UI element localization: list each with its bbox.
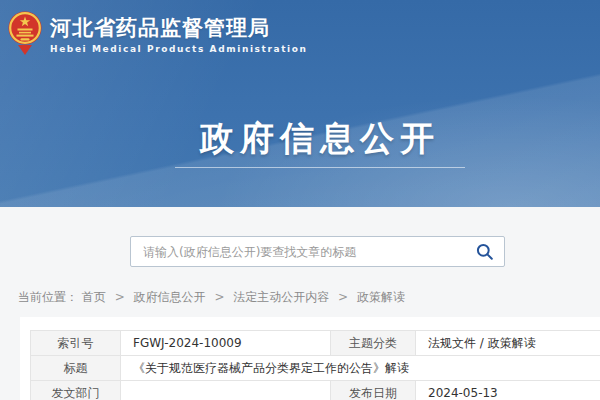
field-label-issuing-department: 发文部门 (31, 381, 121, 400)
breadcrumb-item-home[interactable]: 首页 (82, 290, 106, 304)
banner-title: 政府信息公开 (0, 116, 600, 162)
banner-underline (175, 167, 465, 168)
search-box (130, 236, 505, 267)
breadcrumb: 当前位置： 首页 > 政府信息公开 > 法定主动公开内容 > 政策解读 (18, 289, 405, 306)
content-panel: 索引号 FGWJ-2024-10009 主题分类 法规文件 / 政策解读 标题 … (20, 317, 600, 400)
breadcrumb-separator: > (214, 290, 224, 304)
document-info-table: 索引号 FGWJ-2024-10009 主题分类 法规文件 / 政策解读 标题 … (30, 330, 600, 400)
field-value-publish-date: 2024-05-13 (416, 381, 600, 400)
site-name-en: Hebei Medical Products Administration (50, 44, 308, 54)
breadcrumb-item-legal-disclosure[interactable]: 法定主动公开内容 (233, 290, 329, 304)
table-row-department-date: 发文部门 发布日期 2024-05-13 (31, 381, 600, 400)
hero-banner: 河北省药品监督管理局 Hebei Medical Products Admini… (0, 0, 600, 207)
field-value-title: 《关于规范医疗器械产品分类界定工作的公告》解读 (121, 356, 600, 381)
field-value-subject-category: 法规文件 / 政策解读 (416, 331, 600, 356)
table-row-index: 索引号 FGWJ-2024-10009 主题分类 法规文件 / 政策解读 (31, 331, 600, 356)
breadcrumb-separator: > (115, 290, 125, 304)
field-label-subject-category: 主题分类 (331, 331, 416, 356)
breadcrumb-item-policy-interpretation[interactable]: 政策解读 (357, 290, 405, 304)
national-emblem-icon (8, 8, 42, 56)
breadcrumb-label: 当前位置： (18, 290, 78, 304)
site-header: 河北省药品监督管理局 Hebei Medical Products Admini… (8, 8, 308, 56)
field-label-index-no: 索引号 (31, 331, 121, 356)
breadcrumb-separator: > (338, 290, 348, 304)
search-icon (476, 243, 494, 261)
breadcrumb-item-gov-info[interactable]: 政府信息公开 (134, 290, 206, 304)
search-input[interactable] (131, 237, 466, 266)
field-value-index-no: FGWJ-2024-10009 (121, 331, 331, 356)
site-name: 河北省药品监督管理局 (50, 16, 308, 41)
table-row-title: 标题 《关于规范医疗器械产品分类界定工作的公告》解读 (31, 356, 600, 381)
search-button[interactable] (466, 237, 504, 266)
field-label-title: 标题 (31, 356, 121, 381)
field-label-publish-date: 发布日期 (331, 381, 416, 400)
field-value-issuing-department (121, 381, 331, 400)
site-titles: 河北省药品监督管理局 Hebei Medical Products Admini… (50, 8, 308, 54)
